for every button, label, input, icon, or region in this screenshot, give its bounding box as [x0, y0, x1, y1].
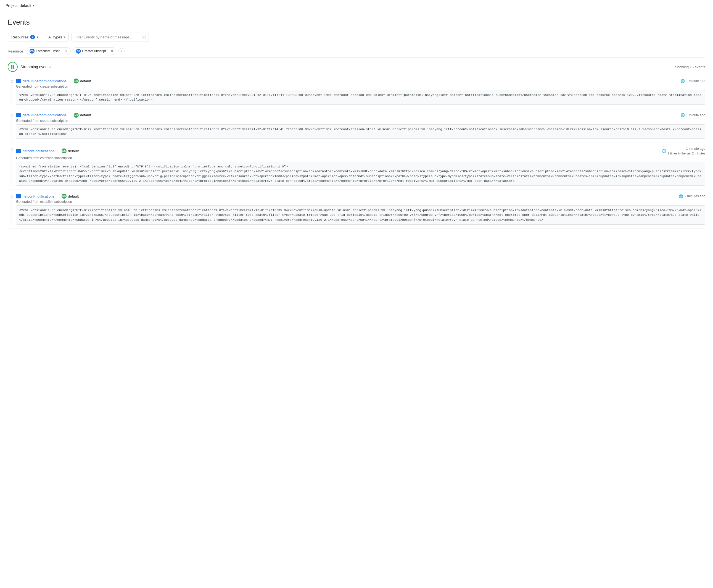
cs-chip: CS CreateSubscript... × [73, 47, 116, 55]
event-body: <?xml version="1.0" encoding="UTF-8"?><n… [16, 205, 705, 225]
resources-label: Resources [11, 35, 28, 39]
ns-badge: NS default [62, 148, 79, 153]
event-body: <?xml version="1.0" encoding="UTF-8"?> <… [16, 124, 705, 139]
timeline-col [8, 147, 16, 186]
resources-chevron-icon: ▾ [37, 35, 38, 39]
showing-count-label: Showing 15 events [675, 65, 705, 69]
event-time: 🌐 1 minute ago [680, 79, 705, 83]
page-content: Events Resources 2 ▾ All types ▾ / Resou… [0, 11, 713, 235]
globe-icon: 🌐 [680, 113, 685, 117]
timeline-line [12, 152, 12, 186]
stream-left: Streaming events... [8, 62, 54, 72]
streaming-label: Streaming events... [20, 65, 54, 69]
cs-chip-close[interactable]: × [111, 49, 113, 53]
event-icon: ES [16, 194, 21, 198]
event-header: ES netconf-notifications NS default 🌐 2 … [16, 194, 705, 199]
resource-filter-row: Resource ES EstablishSubscri... × CS Cre… [8, 45, 705, 58]
resources-dropdown[interactable]: Resources 2 ▾ [8, 33, 42, 41]
clear-all-chip[interactable]: × [118, 48, 125, 54]
event-content: CS default-netconf-notifications NS defa… [16, 79, 705, 105]
event-time: 🌐 2 minutes ago [679, 194, 705, 198]
timeline-dot [10, 195, 13, 198]
timeline-dot [10, 80, 13, 83]
event-sub-label: Generated from establish-subscription [16, 156, 705, 160]
event-time: 🌐 1 minute ago 2 times in the last 2 min… [662, 147, 705, 155]
all-types-dropdown[interactable]: All types ▾ [45, 33, 69, 41]
ns-icon: NS [62, 148, 67, 153]
page-title: Events [8, 18, 705, 26]
event-content: CS default-netconf-notifications NS defa… [16, 113, 705, 139]
event-icon: CS [16, 113, 21, 117]
event-icon: ES [16, 149, 21, 153]
event-item: ES netconf-notifications NS default 🌐 1 … [8, 143, 705, 190]
filter-input-container: / [71, 33, 149, 41]
event-name[interactable]: CS default-netconf-notifications [16, 113, 67, 117]
timeline-line [12, 84, 12, 105]
event-icon: CS [16, 79, 21, 83]
ns-icon: NS [74, 79, 79, 83]
pause-icon [11, 65, 14, 69]
filter-input[interactable] [74, 35, 139, 39]
event-header: CS default-netconf-notifications NS defa… [16, 79, 705, 83]
ns-badge: NS default [74, 79, 91, 83]
resource-filter-label: Resource [8, 49, 24, 53]
types-label: All types [48, 35, 62, 39]
event-item: CS default-netconf-notifications NS defa… [8, 75, 705, 109]
project-selector[interactable]: Project: default ▾ [5, 3, 35, 8]
globe-icon: 🌐 [679, 194, 683, 198]
cs-chip-name: CreateSubscript... [82, 49, 109, 53]
event-name[interactable]: CS default-netconf-notifications [16, 79, 67, 83]
timeline-col [8, 113, 16, 139]
event-name[interactable]: ES netconf-notifications [16, 149, 55, 153]
top-bar: Project: default ▾ [0, 0, 713, 11]
globe-icon: 🌐 [662, 149, 666, 153]
event-item: ES netconf-notifications NS default 🌐 2 … [8, 190, 705, 229]
event-body: (combined from similar events): <?xml ve… [16, 162, 705, 186]
es-chip-name: EstablishSubscri... [36, 49, 63, 53]
cs-chip-icon: CS [76, 49, 81, 54]
es-chip-icon: ES [29, 49, 35, 54]
ns-icon: NS [62, 194, 67, 199]
pause-button[interactable] [8, 62, 18, 72]
timeline-dot [10, 114, 13, 117]
resources-count-badge: 2 [30, 35, 35, 39]
ns-badge: NS default [74, 113, 91, 118]
event-sub-label: Generated from establish-subscription [16, 200, 705, 204]
es-chip: ES EstablishSubscri... × [26, 47, 71, 55]
timeline-line [12, 118, 12, 139]
event-header: CS default-netconf-notifications NS defa… [16, 113, 705, 118]
event-header: ES netconf-notifications NS default 🌐 1 … [16, 147, 705, 155]
timeline-dot [10, 148, 13, 151]
types-chevron-icon: ▾ [64, 35, 65, 39]
filter-row: Resources 2 ▾ All types ▾ / [8, 33, 705, 41]
timeline-col [8, 79, 16, 105]
event-item: CS default-netconf-notifications NS defa… [8, 109, 705, 143]
event-content: ES netconf-notifications NS default 🌐 2 … [16, 194, 705, 225]
event-sub-label: Generated from create-subscription [16, 119, 705, 123]
event-sub-label: Generated from create-subscription [16, 85, 705, 88]
project-label: Project: default [5, 3, 31, 8]
timeline-col [8, 194, 16, 225]
event-body: <?xml version="1.0" encoding="UTF-8"?> <… [16, 90, 705, 105]
ns-icon: NS [74, 113, 79, 118]
globe-icon: 🌐 [680, 79, 685, 83]
events-list: CS default-netconf-notifications NS defa… [8, 75, 705, 229]
event-name[interactable]: ES netconf-notifications [16, 194, 55, 198]
stream-header: Streaming events... Showing 15 events [8, 58, 705, 75]
es-chip-close[interactable]: × [65, 49, 67, 53]
event-times-note: 2 times in the last 2 minutes [668, 152, 705, 155]
project-chevron-icon: ▾ [33, 4, 35, 7]
event-content: ES netconf-notifications NS default 🌐 1 … [16, 147, 705, 186]
ns-badge: NS default [62, 194, 79, 199]
slash-shortcut-badge: / [142, 35, 146, 39]
event-time: 🌐 1 minute ago [680, 113, 705, 117]
timeline-line [12, 199, 12, 225]
